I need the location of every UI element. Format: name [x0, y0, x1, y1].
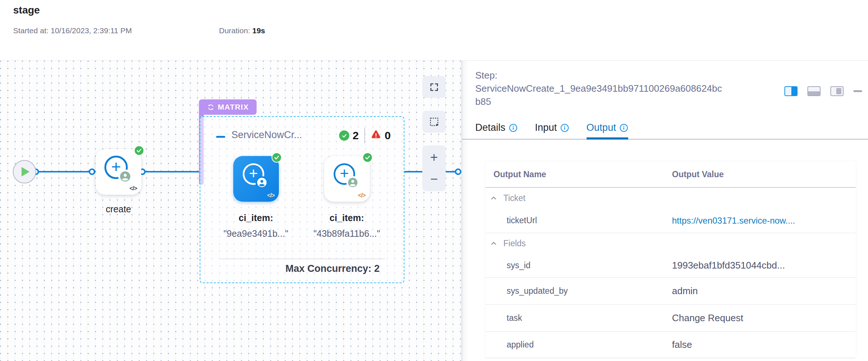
- success-icon: [339, 130, 349, 141]
- pipeline-canvas[interactable]: + </> create MATRIX ServiceNowCr... 2 0: [0, 61, 462, 361]
- matrix-group-node[interactable]: ServiceNowCr... 2 0 + </>: [200, 116, 404, 283]
- table-row: sys_updated_by admin: [485, 278, 856, 305]
- execution-header: stage Started at: 10/16/2023, 2:39:11 PM…: [0, 0, 868, 61]
- max-concurrency-text: Max Concurrency: 2: [285, 263, 380, 274]
- duration: Duration:19s: [219, 26, 265, 35]
- panel-tabs: Details Input Output: [462, 122, 868, 140]
- person-icon: [118, 170, 132, 183]
- success-check-icon: [134, 145, 144, 156]
- duration-value: 19s: [252, 26, 265, 35]
- servicenow-create-icon: +: [334, 163, 359, 189]
- output-table: Output Name Output Value Ticket ticketUr…: [485, 162, 856, 358]
- table-row: sys_id 1993ebaf1bfd351044cbd...: [485, 254, 856, 278]
- edge-create-to-matrix: [141, 171, 203, 172]
- split-view-icon[interactable]: [784, 86, 798, 96]
- output-value: false: [672, 339, 856, 350]
- output-name: task: [485, 313, 672, 323]
- info-icon[interactable]: [619, 123, 628, 132]
- matrix-status-counts: 2 0: [339, 128, 391, 143]
- code-icon: </>: [130, 185, 137, 192]
- matrix-item-node-1[interactable]: + </>: [324, 156, 370, 202]
- matrix-loop-icon: [207, 103, 215, 111]
- failure-count: 0: [385, 129, 391, 142]
- chevron-up-icon[interactable]: [491, 195, 497, 201]
- output-name: sys_id: [485, 261, 672, 270]
- stage-start-node[interactable]: [13, 160, 36, 183]
- zoom-in-button[interactable]: +: [422, 148, 446, 167]
- matrix-divider: [220, 259, 385, 259]
- info-icon[interactable]: [560, 123, 569, 132]
- column-header-value: Output Value: [672, 170, 856, 179]
- edge-point[interactable]: [455, 168, 461, 175]
- marquee-select-button[interactable]: [422, 111, 446, 133]
- marquee-select-icon: [429, 117, 439, 127]
- play-icon: [22, 167, 30, 176]
- group-row-ticket[interactable]: Ticket: [485, 188, 856, 208]
- output-value: admin: [672, 285, 856, 297]
- column-header-name: Output Name: [485, 170, 672, 179]
- matrix-item-key: ci_item:: [301, 213, 392, 223]
- info-icon[interactable]: [509, 123, 518, 132]
- edge-point[interactable]: [89, 168, 95, 175]
- group-label: Ticket: [503, 193, 526, 203]
- output-value: 1993ebaf1bfd351044cbd...: [672, 260, 856, 271]
- fit-to-screen-button[interactable]: [422, 76, 446, 98]
- step-details-panel: Step: ServiceNowCreate_1_9ea9e3491bb9711…: [462, 61, 868, 361]
- panel-view-controls: [784, 86, 862, 96]
- tab-output[interactable]: Output: [587, 122, 628, 139]
- output-name: applied: [485, 340, 672, 350]
- matrix-item-key: ci_item:: [210, 213, 302, 223]
- matrix-item-value: "43b89fa11b6...": [299, 228, 394, 239]
- matrix-item-node-0[interactable]: + </>: [233, 156, 279, 202]
- servicenow-create-icon: +: [243, 163, 268, 189]
- code-icon: </>: [358, 192, 365, 199]
- started-at-text: Started at: 10/16/2023, 2:39:11 PM: [13, 26, 132, 35]
- success-count: 2: [353, 129, 359, 142]
- floating-view-icon[interactable]: [830, 86, 844, 96]
- matrix-badge-label: MATRIX: [218, 103, 249, 111]
- tab-details[interactable]: Details: [475, 122, 518, 139]
- expand-icon: [429, 82, 439, 92]
- warning-icon: [370, 129, 381, 142]
- code-icon: </>: [267, 192, 274, 199]
- servicenow-create-icon: +: [104, 156, 132, 183]
- table-header: Output Name Output Value: [485, 162, 856, 188]
- page-title: stage: [13, 4, 40, 16]
- step-title-line: ServiceNowCreate_1_9ea9e3491bb971100269a…: [475, 82, 775, 95]
- zoom-control: + −: [422, 145, 446, 191]
- success-check-icon: [272, 152, 282, 163]
- duration-label: Duration:: [219, 26, 250, 35]
- group-label: Fields: [503, 239, 526, 248]
- success-check-icon: [362, 152, 373, 163]
- output-name: sys_updated_by: [485, 286, 672, 296]
- tab-input[interactable]: Input: [535, 122, 569, 139]
- minimize-icon[interactable]: [853, 90, 862, 92]
- zoom-out-button[interactable]: −: [422, 170, 446, 188]
- table-row: task Change Request: [485, 305, 856, 332]
- output-value-link[interactable]: https://ven03171.service-now....: [672, 216, 856, 226]
- step-title-line: b85: [475, 95, 775, 108]
- output-value: Change Request: [672, 312, 856, 324]
- group-row-fields[interactable]: Fields: [485, 233, 856, 254]
- chevron-up-icon[interactable]: [491, 240, 497, 247]
- output-name: ticketUrl: [485, 216, 672, 225]
- collapse-minus-icon[interactable]: [216, 136, 225, 138]
- step-title-line: Step:: [475, 69, 775, 82]
- matrix-step-title: ServiceNowCr...: [231, 129, 302, 141]
- step-title: Step: ServiceNowCreate_1_9ea9e3491bb9711…: [475, 69, 775, 108]
- step-label-create: create: [96, 204, 141, 214]
- matrix-item-value: "9ea9e3491b...": [208, 228, 303, 239]
- table-row: applied false: [485, 332, 856, 358]
- step-node-create[interactable]: + </>: [96, 149, 141, 195]
- person-icon: [346, 176, 359, 189]
- count-divider: [364, 128, 365, 143]
- bottom-view-icon[interactable]: [807, 86, 821, 96]
- table-row: ticketUrl https://ven03171.service-now..…: [485, 208, 856, 233]
- matrix-badge: MATRIX: [199, 99, 257, 115]
- person-icon: [256, 176, 268, 189]
